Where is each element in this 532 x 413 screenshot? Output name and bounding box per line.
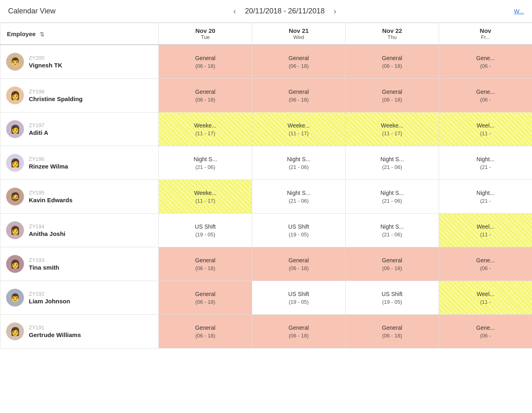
table-row: 👩 ZY196 Rinzee Wilma Night S... (21 - 06… — [0, 146, 532, 180]
shift-time: (21 - 06) — [255, 198, 342, 204]
nov20-date: Nov 20 — [162, 27, 249, 34]
shift-cell[interactable]: General (06 - 18) — [159, 45, 252, 79]
shift-name: US Shift — [162, 223, 249, 230]
shift-time: (21 - — [442, 164, 529, 170]
shift-cell[interactable]: Night S... (21 - 06) — [159, 146, 252, 180]
next-button[interactable]: › — [330, 6, 340, 17]
shift-name: General — [255, 257, 342, 264]
shift-cell[interactable]: General (06 - 18) — [252, 315, 346, 348]
shift-name: Night... — [442, 190, 529, 196]
shift-time: (06 - 18) — [349, 97, 435, 103]
shift-cell[interactable]: Gene... (06 - — [439, 247, 532, 281]
shift-cell[interactable]: General (06 - 18) — [159, 281, 252, 315]
shift-name: Night S... — [255, 190, 342, 196]
shift-cell[interactable]: General (06 - 18) — [252, 247, 346, 281]
shift-time: (06 - 18) — [349, 265, 435, 271]
shift-name: General — [255, 89, 342, 95]
shift-cell[interactable]: General (06 - 18) — [346, 79, 439, 112]
shift-cell[interactable]: Gene... (06 - — [439, 45, 532, 79]
shift-cell[interactable]: US Shift (19 - 05) — [346, 281, 439, 315]
shift-name: General — [162, 291, 249, 297]
shift-cell[interactable]: Weel... (11 - — [439, 214, 532, 247]
employee-cell[interactable]: 👩 ZY197 Aditi A — [0, 112, 159, 146]
shift-cell[interactable]: Night... (21 - — [439, 180, 532, 214]
shift-cell[interactable]: General (06 - 18) — [346, 247, 439, 281]
shift-cell[interactable]: General (06 - 18) — [159, 247, 252, 281]
shift-time: (11 - 17) — [162, 130, 249, 136]
sort-icon[interactable]: ⇅ — [40, 31, 44, 37]
table-row: 👨 ZY192 Liam Johnson General (06 - 18) U… — [0, 281, 532, 315]
shift-cell[interactable]: Weeke... (11 - 17) — [159, 180, 252, 214]
shift-cell[interactable]: Weeke... (11 - 17) — [252, 112, 346, 146]
nov22-date: Nov 22 — [349, 27, 435, 34]
prev-button[interactable]: ‹ — [230, 6, 240, 17]
shift-cell[interactable]: Night S... (21 - 06) — [252, 146, 346, 180]
avatar: 👩 — [6, 255, 24, 273]
shift-cell[interactable]: Night S... (21 - 06) — [346, 146, 439, 180]
shift-cell[interactable]: General (06 - 18) — [159, 79, 252, 112]
col-nov20-header: Nov 20 Tue — [159, 23, 252, 45]
shift-time: (06 - 18) — [255, 97, 342, 103]
shift-name: General — [162, 55, 249, 61]
shift-time: (21 - — [442, 198, 529, 204]
shift-name: Gene... — [442, 324, 529, 331]
avatar: 🧔 — [6, 188, 24, 205]
employee-cell[interactable]: 👨 ZY200 Vignesh TK — [0, 45, 159, 79]
employee-cell[interactable]: 👨 ZY192 Liam Johnson — [0, 281, 159, 315]
employee-id: ZY198 — [29, 89, 83, 95]
shift-cell[interactable]: General (06 - 18) — [346, 45, 439, 79]
shift-cell[interactable]: Night... (21 - — [439, 146, 532, 180]
employee-cell[interactable]: 👩 ZY194 Anitha Joshi — [0, 214, 159, 247]
shift-name: Weeke... — [349, 122, 435, 129]
shift-cell[interactable]: Gene... (06 - — [439, 79, 532, 112]
employee-cell[interactable]: 🧔 ZY195 Kavin Edwards — [0, 180, 159, 214]
employee-column-header[interactable]: Employee ⇅ — [0, 23, 159, 45]
shift-time: (11 - — [442, 231, 529, 238]
shift-cell[interactable]: Weel... (11 - — [439, 281, 532, 315]
shift-name: Night S... — [349, 156, 435, 162]
shift-name: General — [349, 324, 435, 331]
shift-name: Gene... — [442, 89, 529, 95]
shift-cell[interactable]: Night S... (21 - 06) — [346, 214, 439, 247]
view-link[interactable]: W... — [514, 8, 524, 15]
shift-name: Weeke... — [162, 122, 249, 129]
shift-time: (11 - 17) — [162, 198, 249, 204]
employee-id: ZY192 — [29, 291, 70, 297]
shift-time: (19 - 05) — [255, 231, 342, 238]
shift-cell[interactable]: US Shift (19 - 05) — [252, 214, 346, 247]
date-navigation: ‹ 20/11/2018 - 26/11/2018 › — [230, 6, 340, 17]
shift-time: (21 - 06) — [162, 164, 249, 170]
shift-cell[interactable]: US Shift (19 - 05) — [252, 281, 346, 315]
shift-name: General — [162, 89, 249, 95]
shift-name: General — [255, 55, 342, 61]
shift-cell[interactable]: General (06 - 18) — [159, 315, 252, 348]
employee-cell[interactable]: 👩 ZY191 Gertrude Williams — [0, 315, 159, 348]
avatar: 👩 — [6, 221, 24, 239]
shift-name: Night S... — [255, 156, 342, 162]
calendar-table: Employee ⇅ Nov 20 Tue Nov 21 Wed Nov 22 … — [0, 23, 532, 348]
shift-cell[interactable]: Night S... (21 - 06) — [252, 180, 346, 214]
shift-name: US Shift — [255, 223, 342, 230]
shift-cell[interactable]: General (06 - 18) — [252, 45, 346, 79]
shift-cell[interactable]: General (06 - 18) — [252, 79, 346, 112]
shift-cell[interactable]: Weeke... (11 - 17) — [159, 112, 252, 146]
employee-name: Anitha Joshi — [29, 230, 65, 237]
shift-cell[interactable]: Gene... (06 - — [439, 315, 532, 348]
shift-cell[interactable]: US Shift (19 - 05) — [159, 214, 252, 247]
employee-id: ZY194 — [29, 223, 65, 229]
nov23-date: Nov — [442, 27, 529, 34]
shift-name: General — [349, 89, 435, 95]
nov23-day: Fr... — [442, 34, 529, 40]
calendar-view-title: Calendar View — [8, 7, 56, 15]
employee-cell[interactable]: 👩 ZY198 Christine Spalding — [0, 79, 159, 112]
shift-time: (06 - — [442, 97, 529, 103]
shift-cell[interactable]: Weeke... (11 - 17) — [346, 112, 439, 146]
shift-cell[interactable]: General (06 - 18) — [346, 315, 439, 348]
avatar: 👩 — [6, 322, 24, 340]
employee-id: ZY200 — [29, 55, 62, 61]
shift-cell[interactable]: Weel... (11 - — [439, 112, 532, 146]
shift-cell[interactable]: Night S... (21 - 06) — [346, 180, 439, 214]
shift-time: (11 - 17) — [349, 130, 435, 136]
employee-cell[interactable]: 👩 ZY193 Tina smith — [0, 247, 159, 281]
employee-cell[interactable]: 👩 ZY196 Rinzee Wilma — [0, 146, 159, 180]
